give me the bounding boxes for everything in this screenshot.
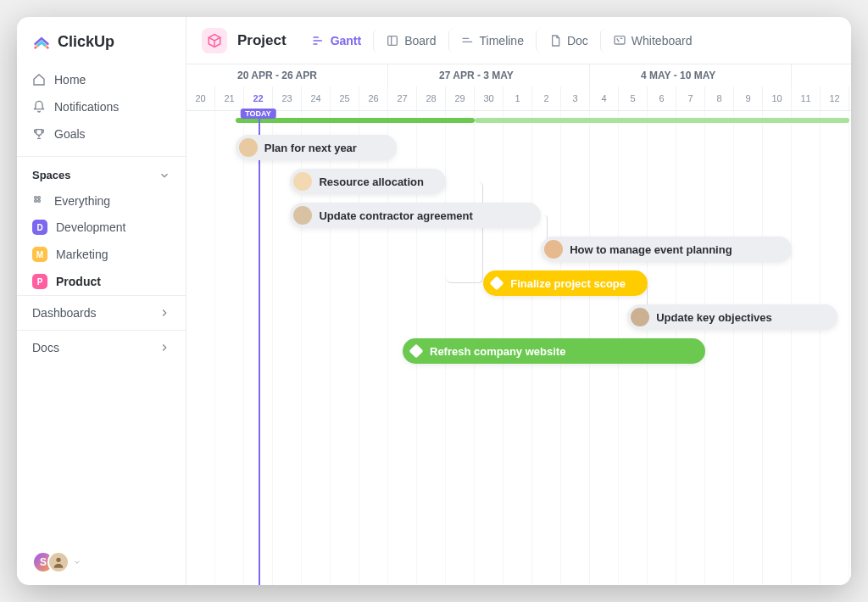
task-bar[interactable]: Update contractor agreement: [290, 203, 541, 228]
logo-text: ClickUp: [58, 33, 114, 51]
day-label[interactable]: 27: [388, 86, 417, 110]
day-label[interactable]: 11: [792, 86, 821, 110]
task-label: Resource allocation: [319, 176, 424, 188]
project-icon-badge[interactable]: [202, 28, 227, 53]
view-tab-timeline[interactable]: Timeline: [448, 29, 532, 53]
whiteboard-icon: [613, 34, 626, 47]
spaces-header-label: Spaces: [32, 169, 71, 181]
gantt-icon: [312, 34, 326, 47]
milestone-icon: [409, 344, 424, 359]
assignee-avatar: [293, 172, 312, 191]
week-label: 20 APR - 26 APR: [186, 64, 388, 86]
task-label: How to manage event planning: [570, 243, 732, 256]
sidebar: ClickUp Home Notifications Goals Spaces …: [17, 17, 186, 585]
day-label[interactable]: 23: [273, 86, 302, 110]
week-label: 27 APR - 3 MAY: [388, 64, 590, 86]
assignee-avatar: [293, 206, 312, 225]
day-label[interactable]: 26: [359, 86, 388, 110]
sidebar-docs-label: Docs: [32, 341, 59, 354]
bell-icon: [32, 100, 46, 114]
task-bar[interactable]: Finalize project scope: [483, 270, 648, 296]
today-line: [259, 111, 260, 585]
day-label[interactable]: 21: [215, 86, 244, 110]
sidebar-dashboards-label: Dashboards: [32, 306, 97, 320]
task-bar[interactable]: Update key objectives: [627, 304, 837, 330]
logo[interactable]: ClickUp: [17, 32, 186, 66]
space-badge: M: [32, 247, 47, 262]
project-title: Project: [237, 32, 287, 49]
nav-goals[interactable]: Goals: [17, 120, 186, 148]
task-bar[interactable]: Plan for next year: [236, 135, 397, 160]
day-label[interactable]: 7: [676, 86, 705, 110]
view-tab-board[interactable]: Board: [373, 29, 444, 53]
space-badge: D: [32, 220, 47, 235]
sidebar-footer: S: [17, 551, 186, 573]
day-label[interactable]: 10: [763, 86, 792, 110]
user-avatar-photo[interactable]: [47, 551, 70, 573]
space-label: Marketing: [56, 248, 108, 261]
task-bar[interactable]: Resource allocation: [290, 169, 446, 194]
day-label[interactable]: 4: [590, 86, 619, 110]
sidebar-docs[interactable]: Docs: [17, 330, 186, 365]
day-label[interactable]: 2: [532, 86, 561, 110]
timeline-header: 20 APR - 26 APR27 APR - 3 MAY4 MAY - 10 …: [186, 64, 851, 111]
svg-rect-5: [388, 36, 398, 45]
nav-label: Home: [54, 73, 86, 86]
spaces-header[interactable]: Spaces: [17, 156, 186, 188]
person-icon: [52, 555, 65, 569]
gantt-area[interactable]: Plan for next yearResource allocationUpd…: [186, 111, 851, 585]
chevron-right-icon: [159, 342, 170, 354]
view-tab-label: Whiteboard: [632, 34, 693, 47]
space-label: Everything: [54, 194, 110, 208]
nav-label: Goals: [54, 127, 86, 141]
day-label[interactable]: 8: [705, 86, 734, 110]
nav-home[interactable]: Home: [17, 66, 186, 93]
box-icon: [207, 33, 222, 48]
milestone-icon: [490, 276, 504, 291]
view-tab-label: Gantt: [331, 34, 362, 47]
view-tab-label: Doc: [567, 34, 588, 47]
day-label[interactable]: 28: [417, 86, 446, 110]
task-bar[interactable]: Refresh company website: [403, 338, 705, 364]
day-label[interactable]: 9: [734, 86, 763, 110]
chevron-down-icon[interactable]: [73, 558, 81, 566]
space-everything[interactable]: Everything: [17, 188, 186, 214]
view-tab-gantt[interactable]: Gantt: [303, 29, 370, 53]
sidebar-dashboards[interactable]: Dashboards: [17, 295, 186, 330]
space-item-product[interactable]: PProduct: [17, 268, 186, 295]
week-label: 4 MAY - 10 MAY: [590, 64, 792, 86]
day-label[interactable]: 20: [186, 86, 215, 110]
nav-label: Notifications: [54, 100, 119, 114]
day-label[interactable]: 3: [561, 86, 590, 110]
nav-notifications[interactable]: Notifications: [17, 93, 186, 120]
task-label: Update key objectives: [656, 311, 772, 324]
dependency-line: [446, 181, 483, 283]
day-label[interactable]: 1: [504, 86, 532, 110]
space-item-development[interactable]: DDevelopment: [17, 214, 186, 241]
svg-point-4: [56, 558, 60, 562]
day-label[interactable]: 5: [619, 86, 648, 110]
board-icon: [386, 34, 399, 47]
day-label[interactable]: 29: [446, 86, 475, 110]
day-label[interactable]: 25: [331, 86, 359, 110]
day-label[interactable]: 6: [648, 86, 676, 110]
day-label[interactable]: 24: [302, 86, 331, 110]
svg-point-2: [35, 200, 37, 203]
topbar: Project GanttBoardTimelineDocWhiteboard: [186, 17, 851, 64]
app-window: ClickUp Home Notifications Goals Spaces …: [17, 17, 851, 585]
svg-rect-6: [615, 36, 625, 43]
main-area: Project GanttBoardTimelineDocWhiteboard …: [186, 17, 851, 585]
day-label[interactable]: 12: [821, 86, 849, 110]
space-label: Product: [56, 275, 101, 288]
view-tab-whiteboard[interactable]: Whiteboard: [600, 29, 701, 53]
space-item-marketing[interactable]: MMarketing: [17, 241, 186, 268]
home-icon: [32, 73, 46, 86]
view-tab-label: Timeline: [480, 34, 524, 47]
space-badge: P: [32, 274, 47, 289]
svg-point-0: [35, 197, 37, 199]
day-label[interactable]: 30: [475, 86, 504, 110]
day-label[interactable]: 22TODAY: [244, 86, 273, 110]
chevron-right-icon: [159, 307, 170, 319]
view-tab-doc[interactable]: Doc: [536, 29, 597, 53]
task-bar[interactable]: How to manage event planning: [541, 237, 792, 262]
